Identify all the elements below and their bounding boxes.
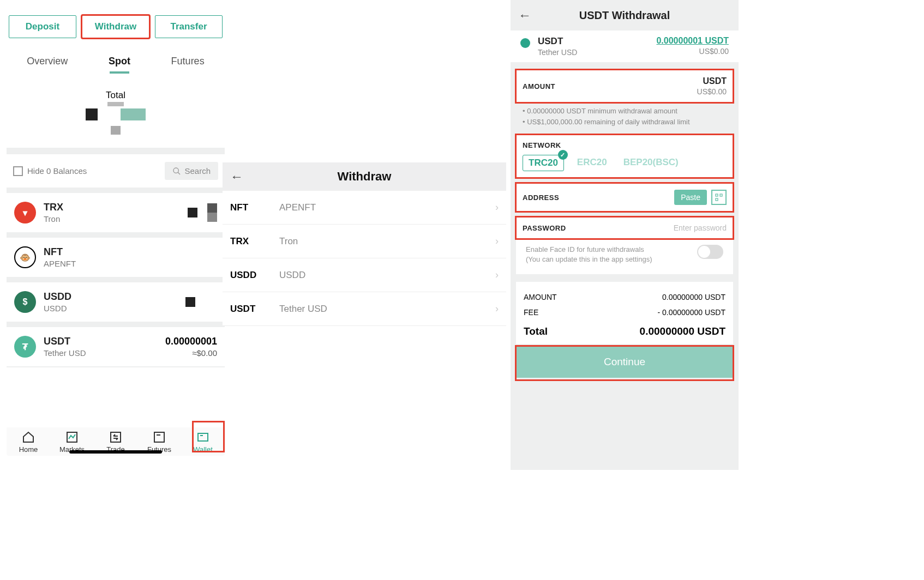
faceid-toggle[interactable] bbox=[697, 245, 723, 259]
asset-symbol: TRX bbox=[44, 202, 188, 213]
hide-zero-balances-toggle[interactable]: Hide 0 Balances bbox=[13, 166, 87, 176]
qr-scan-icon[interactable] bbox=[711, 190, 727, 205]
svg-point-0 bbox=[173, 168, 178, 173]
asset-row-usdt[interactable]: ₮ USDT Tether USD 0.00000001≈$0.00 bbox=[7, 327, 225, 366]
balance-chart: Total bbox=[7, 80, 225, 148]
chart-total-label: Total bbox=[39, 90, 192, 101]
coin-symbol: USDT bbox=[538, 36, 577, 47]
home-indicator bbox=[69, 450, 162, 454]
chevron-right-icon: › bbox=[495, 269, 499, 281]
asset-row-nft[interactable]: 🐵 NFT APENFT bbox=[7, 238, 225, 277]
asset-name: APENFT bbox=[44, 259, 217, 268]
continue-button[interactable]: Continue bbox=[516, 346, 733, 378]
withdraw-option-trx[interactable]: TRX Tron › bbox=[223, 225, 506, 258]
faceid-note: Enable Face ID for future withdrawals (Y… bbox=[526, 245, 697, 264]
svg-rect-6 bbox=[198, 433, 208, 441]
tab-futures[interactable]: Futures bbox=[166, 52, 210, 74]
withdraw-list-screen: ← Withdraw NFT APENFT ›TRX Tron ›USDD US… bbox=[223, 162, 506, 326]
transfer-button[interactable]: Transfer bbox=[155, 15, 223, 38]
amount-label: AMOUNT bbox=[523, 82, 555, 90]
password-input[interactable]: Enter password bbox=[674, 223, 727, 232]
screen-title: USDT Withdrawal bbox=[518, 9, 731, 22]
asset-name: Tether USD bbox=[44, 348, 165, 358]
deposit-button[interactable]: Deposit bbox=[9, 15, 76, 38]
screen-title: Withdraw bbox=[230, 170, 499, 184]
network-option-erc20[interactable]: ERC20 bbox=[574, 155, 610, 171]
asset-row-usdd[interactable]: $ USDD USDD bbox=[7, 282, 225, 322]
hide-zero-balances-label: Hide 0 Balances bbox=[27, 166, 87, 176]
wallet-spot-screen: Deposit Withdraw Transfer Overview Spot … bbox=[7, 9, 225, 456]
coin-name: Tether USD bbox=[538, 48, 577, 57]
svg-rect-4 bbox=[154, 432, 164, 442]
withdraw-option-usdt[interactable]: USDT Tether USD › bbox=[223, 292, 506, 326]
amount-unit: USDT bbox=[697, 76, 727, 86]
withdraw-option-name: USDD bbox=[279, 270, 495, 281]
search-placeholder: Search bbox=[184, 166, 211, 176]
asset-name: Tron bbox=[44, 214, 188, 223]
tab-spot[interactable]: Spot bbox=[103, 52, 136, 74]
asset-icon: 🐵 bbox=[14, 246, 36, 268]
withdrawal-notes: • 0.00000000 USDT minimum withdrawal amo… bbox=[511, 102, 739, 129]
chevron-right-icon: › bbox=[495, 202, 499, 213]
svg-line-1 bbox=[178, 172, 180, 174]
network-option-trc20[interactable]: TRC20 bbox=[523, 155, 564, 171]
wallet-action-buttons: Deposit Withdraw Transfer bbox=[7, 9, 225, 48]
asset-icon: $ bbox=[14, 291, 36, 313]
withdraw-option-name: APENFT bbox=[279, 202, 495, 213]
nav-label: Home bbox=[19, 445, 38, 454]
withdraw-option-symbol: USDT bbox=[230, 304, 279, 315]
nav-label: Wallet bbox=[193, 445, 213, 454]
password-label: PASSWORD bbox=[523, 224, 566, 232]
withdrawal-summary: AMOUNT0.00000000 USDT FEE- 0.00000000 US… bbox=[516, 282, 733, 344]
withdraw-option-symbol: NFT bbox=[230, 202, 279, 213]
nav-home[interactable]: Home bbox=[7, 431, 50, 454]
withdraw-option-nft[interactable]: NFT APENFT › bbox=[223, 191, 506, 225]
asset-symbol: NFT bbox=[44, 246, 217, 258]
withdraw-button[interactable]: Withdraw bbox=[82, 15, 149, 38]
address-label: ADDRESS bbox=[523, 194, 559, 202]
withdraw-option-name: Tether USD bbox=[279, 304, 495, 315]
svg-rect-3 bbox=[111, 432, 121, 442]
chevron-right-icon: › bbox=[495, 235, 499, 247]
nav-futures-icon bbox=[152, 431, 166, 444]
asset-approx: ≈$0.00 bbox=[165, 348, 217, 358]
network-label: NETWORK bbox=[523, 141, 727, 149]
nav-trade-icon bbox=[109, 431, 123, 444]
network-option-bep20bsc[interactable]: BEP20(BSC) bbox=[620, 155, 682, 171]
asset-icon: ₮ bbox=[14, 336, 36, 358]
svg-rect-8 bbox=[716, 194, 718, 196]
paste-button[interactable]: Paste bbox=[674, 190, 707, 205]
withdraw-option-symbol: USDD bbox=[230, 270, 279, 281]
coin-balance-usd: US$0.00 bbox=[656, 47, 729, 56]
wallet-tabs: Overview Spot Futures bbox=[7, 48, 225, 76]
asset-icon: ▾ bbox=[14, 202, 36, 223]
chevron-right-icon: › bbox=[495, 303, 499, 315]
nav-wallet-icon bbox=[196, 431, 210, 444]
withdraw-option-symbol: TRX bbox=[230, 236, 279, 247]
asset-symbol: USDT bbox=[44, 336, 165, 347]
search-input[interactable]: Search bbox=[165, 162, 218, 180]
checkbox-icon bbox=[13, 166, 23, 176]
asset-symbol: USDD bbox=[44, 291, 185, 303]
nav-wallet[interactable]: Wallet bbox=[181, 431, 225, 454]
nav-home-icon bbox=[21, 431, 35, 444]
svg-rect-9 bbox=[720, 194, 722, 196]
usdt-withdrawal-screen: ← USDT Withdrawal USDT Tether USD 0.0000… bbox=[511, 0, 739, 470]
tab-overview[interactable]: Overview bbox=[21, 52, 73, 74]
withdraw-option-name: Tron bbox=[279, 236, 495, 247]
svg-rect-10 bbox=[716, 198, 718, 201]
amount-usd: US$0.00 bbox=[697, 87, 727, 96]
asset-name: USDD bbox=[44, 304, 185, 313]
asset-row-trx[interactable]: ▾ TRX Tron bbox=[7, 193, 225, 232]
coin-balance[interactable]: 0.00000001 USDT bbox=[656, 36, 729, 46]
search-icon bbox=[172, 167, 181, 176]
coin-dot-icon bbox=[520, 38, 530, 48]
coin-header: USDT Tether USD 0.00000001 USDT US$0.00 bbox=[511, 31, 739, 62]
nav-markets-icon bbox=[65, 431, 79, 444]
withdraw-option-usdd[interactable]: USDD USDD › bbox=[223, 258, 506, 292]
asset-amount: 0.00000001 bbox=[165, 336, 217, 347]
